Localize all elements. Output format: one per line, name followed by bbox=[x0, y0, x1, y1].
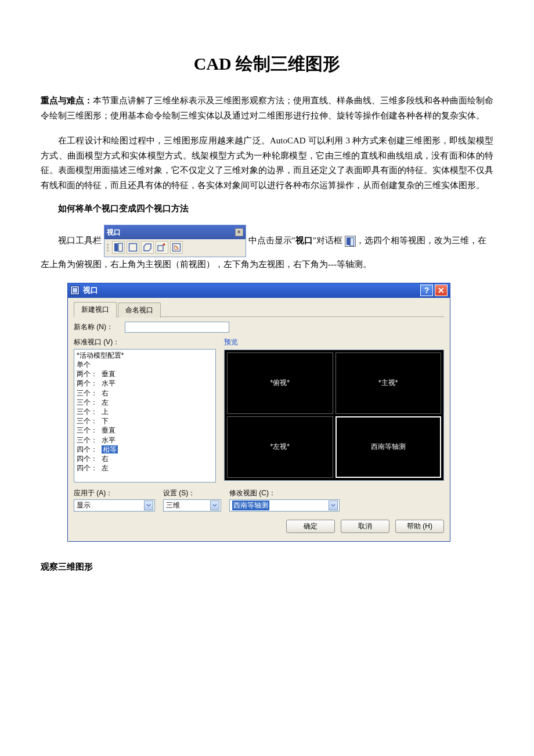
apply-to-select[interactable]: 显示 bbox=[74, 499, 155, 512]
viewport-toolbar: 视口 × bbox=[104, 225, 246, 257]
list-item[interactable]: 三个： 下 bbox=[77, 416, 213, 426]
chevron-down-icon bbox=[210, 501, 219, 510]
toolbar-grip-icon[interactable] bbox=[107, 241, 109, 254]
ok-button[interactable]: 确定 bbox=[286, 520, 335, 533]
inline-mid2: "对话框 bbox=[313, 236, 342, 245]
setting-label: 设置 (S)： bbox=[163, 488, 221, 498]
list-item[interactable]: 三个： 水平 bbox=[77, 435, 213, 445]
apply-to-label: 应用于 (A)： bbox=[74, 488, 155, 498]
svg-rect-0 bbox=[114, 243, 118, 251]
list-item[interactable]: 单个 bbox=[77, 360, 213, 369]
new-name-input[interactable] bbox=[125, 322, 229, 333]
paragraph-2: 在工程设计和绘图过程中，三维图形应用越来越广泛。AutoCAD 可以利用 3 种… bbox=[41, 134, 493, 193]
preview-viewport-bottom-left[interactable]: *左视* bbox=[227, 416, 333, 478]
toolbar-title: 视口 bbox=[107, 226, 121, 238]
subheading-observe-3d: 观察三维图形 bbox=[41, 561, 493, 573]
viewport-dialog-button[interactable] bbox=[112, 241, 125, 254]
viewport-dialog: 视口 ? ✕ 新建视口 命名视口 新名称 (N)： 标准视口 (V)： *活动模… bbox=[67, 283, 450, 542]
convert-viewport-button[interactable] bbox=[156, 241, 168, 254]
list-item[interactable]: 两个： 垂直 bbox=[77, 369, 213, 379]
help-button[interactable]: 帮助 (H) bbox=[395, 520, 444, 533]
list-item[interactable]: 四个： 左 bbox=[77, 463, 213, 473]
single-viewport-button[interactable] bbox=[127, 241, 139, 254]
subheading-viewport-method: 如何将单个视口变成四个视口方法 bbox=[41, 203, 493, 214]
svg-rect-3 bbox=[158, 246, 163, 251]
page-title: CAD 绘制三维图形 bbox=[41, 52, 493, 76]
inline-mid-bold: 视口 bbox=[295, 236, 313, 245]
poly-viewport-button[interactable] bbox=[141, 241, 154, 254]
std-viewport-listbox[interactable]: *活动模型配置*单个两个： 垂直两个： 水平三个： 右三个： 左三个： 上三个：… bbox=[74, 349, 216, 483]
std-viewport-label: 标准视口 (V)： bbox=[74, 337, 216, 347]
dialog-tabs: 新建视口 命名视口 bbox=[74, 301, 444, 317]
intro-body: 本节重点讲解了三维坐标表示及三维图形观察方法；使用直线、样条曲线、三维多段线和各… bbox=[41, 96, 493, 120]
setting-select[interactable]: 三维 bbox=[163, 499, 221, 512]
list-item[interactable]: 三个： 垂直 bbox=[77, 426, 213, 435]
viewport-dialog-icon bbox=[345, 236, 356, 247]
list-item[interactable]: *活动模型配置* bbox=[77, 351, 213, 360]
toolbar-close-icon[interactable]: × bbox=[235, 228, 243, 236]
intro-paragraph: 重点与难点：本节重点讲解了三维坐标表示及三维图形观察方法；使用直线、样条曲线、三… bbox=[41, 93, 493, 123]
dialog-help-button[interactable]: ? bbox=[420, 285, 433, 296]
inline-toolbar-paragraph: 视口工具栏 视口 × bbox=[41, 225, 493, 272]
list-item[interactable]: 三个： 左 bbox=[77, 398, 213, 407]
list-item[interactable]: 两个： 水平 bbox=[77, 379, 213, 388]
chevron-down-icon bbox=[144, 501, 153, 510]
cancel-button[interactable]: 取消 bbox=[341, 520, 389, 533]
preview-box: *俯视* *主视* *左视* 西南等轴测 bbox=[224, 350, 444, 481]
list-item[interactable]: 四个： 相等 bbox=[77, 445, 213, 454]
modify-view-select[interactable]: 西南等轴测 bbox=[229, 499, 340, 512]
new-name-label: 新名称 (N)： bbox=[74, 322, 125, 332]
inline-lead: 视口工具栏 bbox=[41, 233, 102, 249]
dialog-title: 视口 bbox=[83, 285, 418, 296]
preview-label: 预览 bbox=[224, 337, 444, 347]
list-item[interactable]: 三个： 上 bbox=[77, 407, 213, 416]
preview-viewport-top-left[interactable]: *俯视* bbox=[227, 352, 333, 414]
list-item[interactable]: 四个： 右 bbox=[77, 454, 213, 463]
intro-label: 重点与难点： bbox=[41, 96, 93, 105]
dialog-close-button[interactable]: ✕ bbox=[435, 285, 448, 296]
chevron-down-icon bbox=[329, 501, 338, 510]
preview-viewport-bottom-right[interactable]: 西南等轴测 bbox=[335, 416, 442, 478]
tab-named-viewport[interactable]: 命名视口 bbox=[118, 303, 161, 318]
tab-new-viewport[interactable]: 新建视口 bbox=[74, 302, 117, 317]
clip-viewport-button[interactable] bbox=[170, 241, 183, 254]
preview-viewport-top-right[interactable]: *主视* bbox=[335, 352, 442, 414]
modify-view-label: 修改视图 (C)： bbox=[229, 488, 444, 498]
dialog-titlebar[interactable]: 视口 ? ✕ bbox=[68, 283, 450, 298]
dialog-title-icon bbox=[70, 286, 80, 295]
svg-rect-2 bbox=[129, 244, 136, 251]
svg-rect-1 bbox=[118, 243, 122, 251]
list-item[interactable]: 三个： 右 bbox=[77, 388, 213, 398]
inline-mid1: 中点击显示" bbox=[248, 236, 295, 245]
